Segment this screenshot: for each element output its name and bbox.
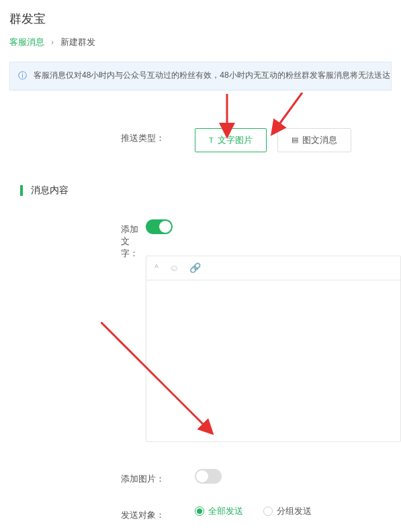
push-type-text-image-button[interactable]: T文字图片 bbox=[195, 128, 267, 152]
section-bar bbox=[20, 185, 23, 196]
chevron-right-icon: › bbox=[51, 38, 54, 47]
push-type-label: 推送类型： bbox=[121, 128, 195, 144]
info-icon: ⓘ bbox=[18, 69, 27, 83]
breadcrumb: 客服消息 › 新建群发 bbox=[0, 36, 401, 62]
add-text-row: 添加文字： ᴬ ☺ 🔗 bbox=[121, 219, 401, 442]
alert-banner: ⓘ 客服消息仅对48小时内与公众号互动过的粉丝有效，48小时内无互动的粉丝群发客… bbox=[9, 62, 392, 91]
mention-icon[interactable]: ᴬ bbox=[154, 262, 159, 273]
editor-toolbar: ᴬ ☺ 🔗 bbox=[146, 256, 400, 280]
push-type-article-button[interactable]: ▤图文消息 bbox=[277, 128, 351, 152]
add-image-label: 添加图片： bbox=[121, 469, 195, 485]
link-icon[interactable]: 🔗 bbox=[189, 262, 201, 273]
editor-textarea[interactable] bbox=[146, 280, 400, 441]
text-editor: ᴬ ☺ 🔗 bbox=[146, 256, 401, 442]
add-image-row: 添加图片： bbox=[121, 469, 401, 485]
section-header-content: 消息内容 bbox=[20, 184, 401, 197]
target-all-radio[interactable]: 全部发送 bbox=[195, 505, 243, 517]
send-target-label: 发送对象： bbox=[121, 505, 195, 521]
add-text-toggle[interactable] bbox=[146, 219, 173, 234]
breadcrumb-current: 新建群发 bbox=[60, 36, 95, 48]
svg-line-1 bbox=[275, 93, 302, 129]
breadcrumb-link[interactable]: 客服消息 bbox=[9, 36, 44, 48]
add-image-toggle[interactable] bbox=[195, 469, 222, 484]
alert-text: 客服消息仅对48小时内与公众号互动过的粉丝有效，48小时内无互动的粉丝群发客服消… bbox=[34, 69, 392, 82]
text-icon: T bbox=[209, 136, 214, 144]
send-target-row: 发送对象： 全部发送 分组发送 bbox=[121, 505, 401, 521]
push-type-row: 推送类型： T文字图片 ▤图文消息 bbox=[121, 128, 401, 152]
add-text-label: 添加文字： bbox=[121, 219, 146, 260]
article-icon: ▤ bbox=[292, 136, 298, 144]
page-title: 群发宝 bbox=[0, 0, 401, 36]
emoji-icon[interactable]: ☺ bbox=[169, 262, 179, 273]
section-title: 消息内容 bbox=[31, 184, 69, 197]
target-group-radio[interactable]: 分组发送 bbox=[263, 505, 312, 517]
